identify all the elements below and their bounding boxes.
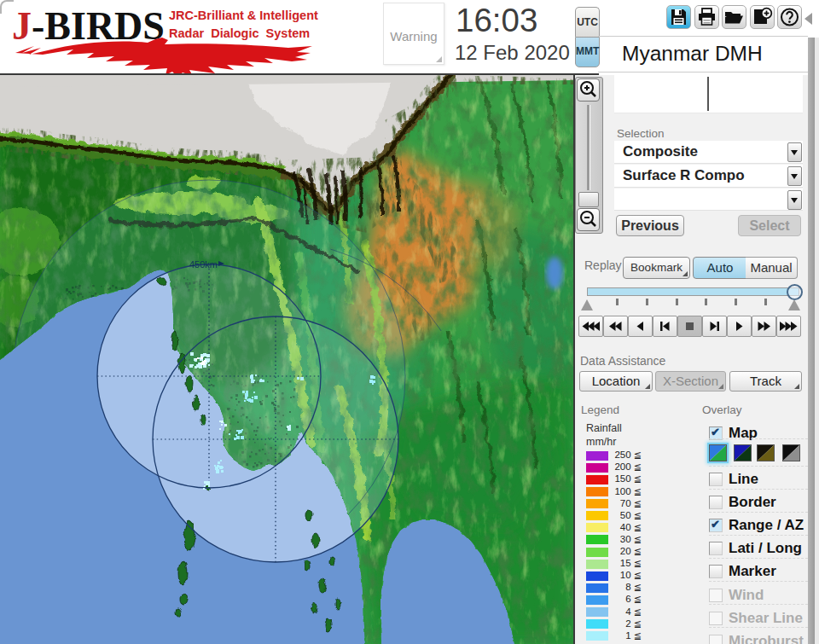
svg-text:450km: 450km	[189, 259, 218, 270]
